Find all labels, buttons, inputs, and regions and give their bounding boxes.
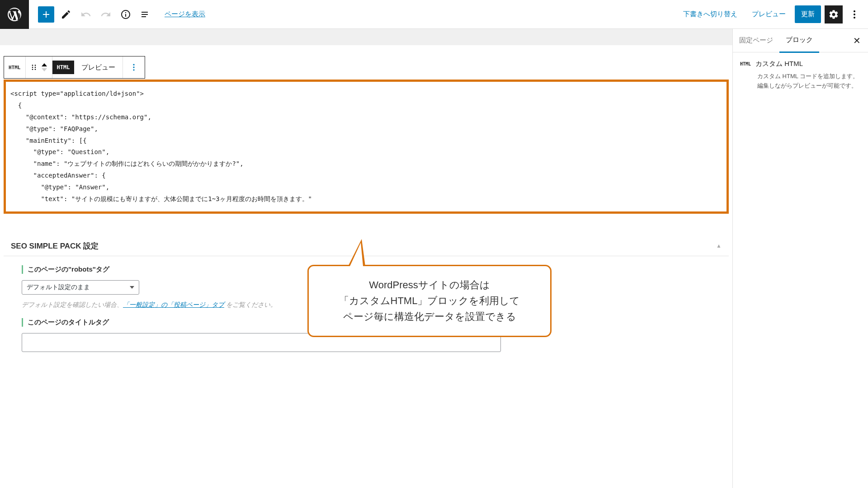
svg-point-11 — [133, 69, 135, 70]
svg-point-3 — [32, 65, 33, 66]
tab-page[interactable]: 固定ページ — [733, 29, 779, 52]
annotation-callout: WordPressサイトの場合は 「カスタムHTML」ブロックを利用して ページ… — [307, 239, 552, 337]
svg-point-4 — [34, 65, 36, 66]
block-more-button[interactable] — [123, 56, 145, 78]
html-tab[interactable]: HTML — [52, 61, 75, 74]
preview-tab[interactable]: プレビュー — [74, 60, 123, 75]
svg-point-6 — [34, 67, 36, 68]
svg-point-7 — [32, 69, 33, 70]
editor-canvas: HTML HTML プレビュー <script type="applicatio… — [0, 29, 732, 488]
add-block-button[interactable] — [38, 6, 54, 23]
settings-button[interactable] — [825, 5, 843, 23]
edit-icon[interactable] — [58, 6, 74, 23]
move-down-icon[interactable] — [41, 67, 47, 72]
drag-handle-icon[interactable] — [28, 62, 39, 73]
block-description: カスタム HTML コードを追加します。編集しながらプレビューが可能です。 — [740, 72, 861, 91]
more-options-button[interactable] — [846, 6, 863, 23]
move-up-icon[interactable] — [41, 63, 47, 67]
svg-point-2 — [854, 17, 855, 19]
update-button[interactable]: 更新 — [795, 5, 821, 23]
info-icon[interactable] — [118, 6, 134, 23]
svg-point-10 — [133, 66, 135, 68]
wordpress-logo[interactable] — [0, 0, 29, 29]
svg-point-9 — [133, 64, 135, 66]
svg-point-8 — [34, 69, 36, 70]
general-settings-link[interactable]: 「一般設定」の「投稿ページ」タブ — [123, 301, 224, 308]
preview-button[interactable]: プレビュー — [746, 6, 791, 22]
block-name: カスタム HTML — [755, 60, 803, 68]
switch-to-draft-button[interactable]: 下書きへ切り替え — [678, 6, 743, 22]
view-page-link[interactable]: ページを表示 — [165, 10, 205, 19]
block-type-icon[interactable]: HTML — [7, 65, 23, 70]
block-icon: HTML — [740, 61, 751, 66]
close-sidebar-button[interactable]: ✕ — [846, 35, 868, 46]
custom-html-block[interactable]: <script type="application/ld+json"> { "@… — [4, 80, 729, 214]
list-view-icon[interactable] — [137, 6, 154, 23]
svg-point-5 — [32, 67, 33, 68]
tab-block[interactable]: ブロック — [779, 28, 819, 53]
top-toolbar: ページを表示 下書きへ切り替え プレビュー 更新 — [0, 0, 868, 29]
svg-point-0 — [854, 10, 855, 12]
collapse-icon[interactable]: ▲ — [716, 243, 722, 249]
redo-button[interactable] — [98, 6, 114, 23]
undo-button[interactable] — [78, 6, 94, 23]
settings-sidebar: 固定ページ ブロック ✕ HTML カスタム HTML カスタム HTML コー… — [732, 29, 868, 488]
svg-point-1 — [854, 14, 855, 15]
robots-select[interactable]: デフォルト設定のまま — [22, 280, 139, 295]
block-toolbar: HTML HTML プレビュー — [4, 56, 145, 79]
